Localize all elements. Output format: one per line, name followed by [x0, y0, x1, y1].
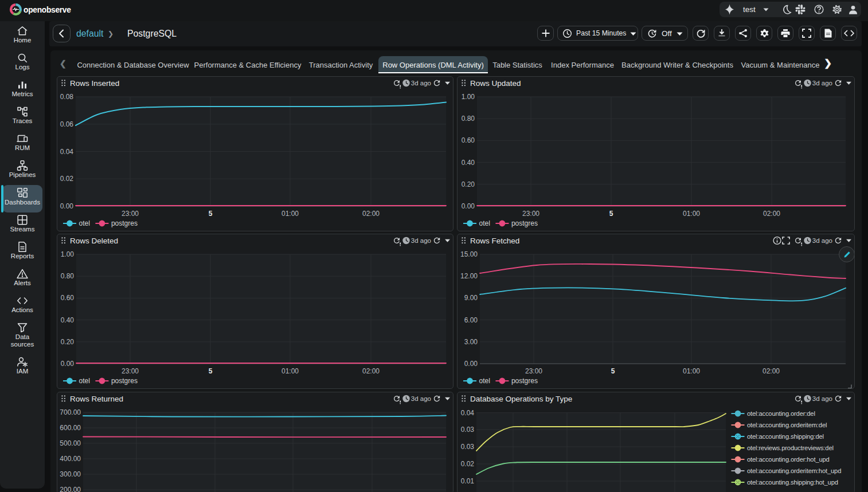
svg-text:0.04: 0.04 — [60, 148, 74, 156]
svg-text:Rows Fetched: Rows Fetched — [470, 237, 519, 245]
svg-text:5: 5 — [209, 210, 213, 218]
svg-text:Rows Inserted: Rows Inserted — [70, 79, 119, 88]
svg-text:0.08: 0.08 — [60, 93, 74, 101]
svg-text:0.03: 0.03 — [461, 426, 475, 434]
svg-text:postgres: postgres — [111, 377, 138, 385]
svg-text:0.40: 0.40 — [462, 159, 475, 167]
svg-text:02:00: 02:00 — [362, 367, 380, 375]
svg-text:otel:accounting.order:hot_upd: otel:accounting.order:hot_upd — [747, 456, 830, 463]
svg-text:0.00: 0.00 — [462, 202, 475, 210]
svg-text:Rows Returned: Rows Returned — [70, 395, 123, 403]
svg-text:postgres: postgres — [511, 377, 538, 385]
svg-text:0.00: 0.00 — [60, 202, 74, 210]
svg-text:0.60: 0.60 — [462, 136, 475, 144]
svg-text:01:00: 01:00 — [683, 210, 700, 218]
svg-text:otel:accounting.orderitem:del: otel:accounting.orderitem:del — [747, 422, 827, 428]
svg-text:0.02: 0.02 — [60, 175, 74, 183]
svg-text:02:00: 02:00 — [362, 210, 380, 218]
svg-text:0.06: 0.06 — [60, 120, 74, 128]
svg-text:Database Operations by Type: Database Operations by Type — [470, 395, 572, 403]
svg-text:postgres: postgres — [111, 219, 138, 227]
svg-text:15.00: 15.00 — [460, 250, 478, 258]
svg-text:600.00: 600.00 — [60, 424, 81, 432]
svg-text:5: 5 — [609, 210, 613, 218]
svg-text:5: 5 — [611, 367, 615, 375]
svg-text:5: 5 — [209, 367, 213, 375]
svg-text:otel: otel — [479, 377, 490, 385]
svg-text:9.00: 9.00 — [464, 294, 478, 302]
svg-text:0.60: 0.60 — [61, 294, 75, 302]
svg-text:Rows Deleted: Rows Deleted — [70, 237, 118, 245]
svg-text:0.80: 0.80 — [462, 115, 475, 123]
svg-text:23:00: 23:00 — [522, 210, 539, 218]
svg-text:3.00: 3.00 — [464, 338, 478, 346]
svg-text:01:00: 01:00 — [683, 367, 700, 375]
svg-text:02:00: 02:00 — [763, 367, 780, 375]
svg-text:400.00: 400.00 — [60, 455, 81, 463]
svg-text:700.00: 700.00 — [60, 408, 81, 416]
svg-text:0.00: 0.00 — [61, 360, 75, 368]
svg-text:23:00: 23:00 — [525, 367, 542, 375]
svg-text:otel:accounting.shipping:del: otel:accounting.shipping:del — [747, 433, 824, 440]
svg-text:3d ago: 3d ago — [411, 237, 431, 244]
svg-text:Rows Updated: Rows Updated — [470, 79, 521, 88]
svg-text:01:00: 01:00 — [281, 210, 299, 218]
svg-text:0.20: 0.20 — [462, 180, 475, 188]
svg-text:0.40: 0.40 — [61, 316, 75, 324]
svg-text:01:00: 01:00 — [281, 367, 299, 375]
svg-text:23:00: 23:00 — [122, 210, 139, 218]
svg-text:3d ago: 3d ago — [812, 395, 832, 402]
svg-text:0.02: 0.02 — [461, 460, 475, 468]
svg-text:12.00: 12.00 — [460, 272, 478, 280]
svg-text:500.00: 500.00 — [60, 439, 81, 447]
svg-text:300.00: 300.00 — [60, 470, 81, 478]
svg-text:otel: otel — [479, 219, 490, 227]
svg-text:otel: otel — [79, 377, 90, 385]
svg-text:6.00: 6.00 — [464, 316, 478, 324]
svg-text:3d ago: 3d ago — [812, 80, 832, 86]
svg-text:0.01: 0.01 — [461, 477, 475, 485]
svg-text:1.00: 1.00 — [462, 93, 475, 101]
svg-text:3d ago: 3d ago — [812, 237, 832, 244]
svg-text:200.00: 200.00 — [60, 486, 81, 492]
svg-text:23:00: 23:00 — [122, 367, 139, 375]
svg-text:0.80: 0.80 — [61, 272, 75, 280]
svg-text:02:00: 02:00 — [763, 210, 780, 218]
svg-text:0.20: 0.20 — [61, 338, 75, 346]
svg-text:postgres: postgres — [511, 219, 538, 227]
svg-text:otel:accounting.shipping:hot_u: otel:accounting.shipping:hot_upd — [747, 479, 838, 486]
svg-text:0.04: 0.04 — [461, 409, 475, 417]
svg-text:3d ago: 3d ago — [411, 80, 431, 86]
svg-text:otel: otel — [79, 219, 90, 227]
svg-text:otel:accounting.orderitem:hot_: otel:accounting.orderitem:hot_upd — [747, 467, 841, 474]
svg-text:otel:reviews.productreviews:de: otel:reviews.productreviews:del — [747, 444, 834, 451]
svg-text:0.00: 0.00 — [464, 360, 478, 368]
svg-text:otel:accounting.order:del: otel:accounting.order:del — [747, 410, 815, 417]
svg-text:0.03: 0.03 — [461, 443, 475, 451]
svg-text:1.00: 1.00 — [61, 250, 75, 258]
svg-text:3d ago: 3d ago — [411, 395, 431, 402]
